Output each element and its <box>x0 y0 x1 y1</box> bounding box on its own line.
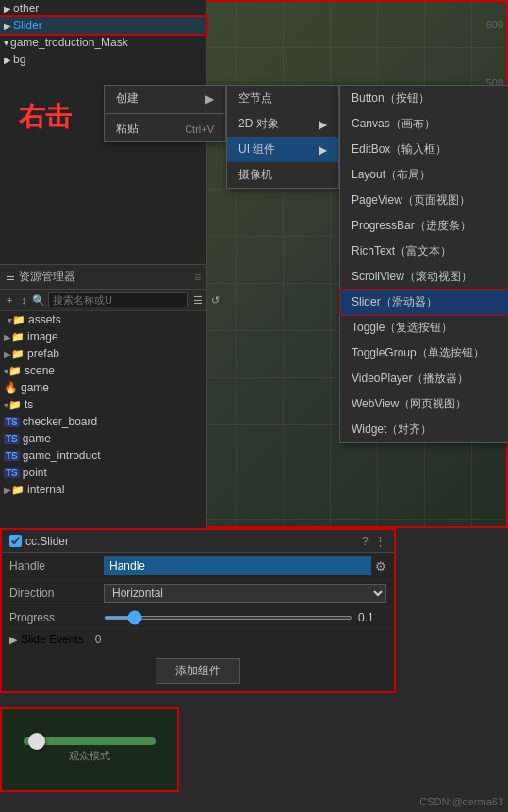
hierarchy-label: Slider <box>13 19 42 32</box>
fire-icon: 🔥 <box>4 381 18 394</box>
context-divider <box>105 113 225 114</box>
submenu-arrow-icon <box>205 92 214 106</box>
asset-item-game-ts[interactable]: TS game <box>0 430 206 447</box>
submenu-camera[interactable]: 摄像机 <box>227 162 338 188</box>
hierarchy-label: other <box>13 2 39 15</box>
ui-item-label: RichText（富文本） <box>352 243 451 259</box>
asset-item-point[interactable]: TS point <box>0 464 206 481</box>
asset-item-assets[interactable]: ▾ assets <box>0 311 206 328</box>
ui-button[interactable]: Button（按钮） <box>340 86 508 111</box>
help-icon[interactable]: ? <box>362 534 369 548</box>
asset-manager-panel: ☰ 资源管理器 ≡ + ↕ 🔍 ☰ ↺ ▾ assets ▶ image ▶ p… <box>0 264 207 528</box>
ui-pageview[interactable]: PageView（页面视图） <box>340 188 508 213</box>
ui-item-label: Toggle（复选按钮） <box>352 320 452 336</box>
asset-item-internal[interactable]: ▶ internal <box>0 481 206 498</box>
direction-select[interactable]: Horizontal Vertical <box>104 584 386 603</box>
arrow-icon <box>4 38 8 48</box>
asset-manager-menu-icon[interactable]: ≡ <box>194 271 201 284</box>
progress-number: 0.1 <box>358 611 386 624</box>
submenu-empty-node[interactable]: 空节点 <box>227 86 338 111</box>
ui-item-label: Canvas（画布） <box>352 116 435 132</box>
asset-refresh-btn[interactable]: ↺ <box>208 293 222 307</box>
context-menu-paste[interactable]: 粘贴 Ctrl+V <box>105 116 225 141</box>
arrow-right-icon: ▶ <box>4 485 11 495</box>
submenu-arrow: ▶ <box>319 143 327 157</box>
asset-label: image <box>27 330 58 343</box>
ui-toggle[interactable]: Toggle（复选按钮） <box>340 315 508 340</box>
hierarchy-item-other[interactable]: other <box>0 0 206 17</box>
asset-label: game <box>21 381 49 394</box>
submenu-ui-component[interactable]: UI 组件 ▶ <box>227 137 338 162</box>
progress-slider[interactable] <box>104 616 352 620</box>
asset-item-checker[interactable]: TS checker_board <box>0 413 206 430</box>
asset-new-btn[interactable]: + <box>4 293 15 307</box>
ui-progressbar[interactable]: ProgressBar（进度条） <box>340 213 508 239</box>
ui-item-label: ProgressBar（进度条） <box>352 218 471 234</box>
asset-search-input[interactable] <box>48 292 188 307</box>
slider-handle <box>28 733 45 750</box>
asset-item-prefab[interactable]: ▶ prefab <box>0 345 206 362</box>
asset-label: ts <box>25 398 33 411</box>
paste-shortcut: Ctrl+V <box>185 124 214 135</box>
ui-layout[interactable]: Layout（布局） <box>340 162 508 188</box>
ui-item-label: Slider（滑动器） <box>352 294 437 310</box>
asset-label: internal <box>27 483 64 496</box>
asset-label: scene <box>25 364 55 377</box>
link-icon[interactable]: ⚙ <box>375 559 386 573</box>
prop-row-direction: Direction Horizontal Vertical <box>2 580 394 607</box>
events-arrow-icon[interactable]: ▶ <box>9 634 17 646</box>
component-enabled-checkbox[interactable] <box>9 535 22 547</box>
asset-list-btn[interactable]: ☰ <box>190 293 205 307</box>
asset-label: checker_board <box>23 415 97 428</box>
ui-item-label: EditBox（输入框） <box>352 141 447 157</box>
ts-icon: TS <box>4 434 20 444</box>
submenu-label: 2D 对象 <box>238 116 279 132</box>
asset-label: prefab <box>27 347 59 360</box>
arrow-icon <box>4 55 11 65</box>
asset-item-game-scene[interactable]: 🔥 game <box>0 379 206 396</box>
prop-row-events: ▶ Slide Events 0 <box>2 629 394 651</box>
ui-item-label: ToggleGroup（单选按钮） <box>352 345 484 361</box>
ui-item-label: PageView（页面视图） <box>352 192 470 208</box>
asset-manager-title: 资源管理器 <box>19 269 75 285</box>
ui-item-label: Widget（对齐） <box>352 422 432 438</box>
ui-slider[interactable]: Slider（滑动器） <box>340 290 508 315</box>
asset-label: game_introduct <box>23 449 101 462</box>
context-menu: 创建 粘贴 Ctrl+V <box>104 85 226 142</box>
ui-canvas[interactable]: Canvas（画布） <box>340 111 508 137</box>
asset-toolbar: + ↕ 🔍 ☰ ↺ <box>0 290 206 311</box>
hierarchy-item-bg[interactable]: bg <box>0 51 206 68</box>
submenu-ui-items: Button（按钮） Canvas（画布） EditBox（输入框） Layou… <box>339 85 508 443</box>
asset-sort-btn[interactable]: ↕ <box>18 293 29 307</box>
asset-item-image[interactable]: ▶ image <box>0 328 206 345</box>
ui-togglegroup[interactable]: ToggleGroup（单选按钮） <box>340 340 508 366</box>
events-container: ▶ Slide Events 0 <box>9 633 101 646</box>
ui-editbox[interactable]: EditBox（输入框） <box>340 137 508 162</box>
ui-scrollview[interactable]: ScrollView（滚动视图） <box>340 264 508 290</box>
folder-icon <box>8 364 25 377</box>
ui-widget[interactable]: Widget（对齐） <box>340 417 508 442</box>
ui-webview[interactable]: WebView（网页视图） <box>340 391 508 417</box>
handle-input[interactable] <box>104 556 371 575</box>
hierarchy-item-slider[interactable]: Slider <box>0 17 206 34</box>
submenu-2d-object[interactable]: 2D 对象 ▶ <box>227 111 338 137</box>
slider-preview: 观众模式 <box>14 737 165 763</box>
ui-richtext[interactable]: RichText（富文本） <box>340 239 508 264</box>
preview-label: 观众模式 <box>69 749 110 763</box>
direction-label: Direction <box>9 587 104 600</box>
prop-row-progress: Progress 0.1 <box>2 607 394 629</box>
ui-videoplayer[interactable]: VideoPlayer（播放器） <box>340 366 508 391</box>
hierarchy-item-mask[interactable]: game_troduction_Mask <box>0 34 206 51</box>
asset-manager-header: ☰ 资源管理器 ≡ <box>0 265 206 290</box>
submenu-arrow: ▶ <box>319 118 327 131</box>
hierarchy-label: game_troduction_Mask <box>10 36 128 49</box>
more-icon[interactable]: ⋮ <box>374 534 386 548</box>
context-menu-create[interactable]: 创建 <box>105 86 225 111</box>
events-label: Slide Events <box>21 633 84 646</box>
arrow-down-icon: ▾ <box>4 315 12 325</box>
folder-icon <box>11 347 27 360</box>
add-component-button[interactable]: 添加组件 <box>156 658 240 684</box>
asset-item-scene[interactable]: ▾ scene <box>0 362 206 379</box>
asset-item-game-introduct[interactable]: TS game_introduct <box>0 447 206 464</box>
asset-item-ts[interactable]: ▾ ts <box>0 396 206 413</box>
